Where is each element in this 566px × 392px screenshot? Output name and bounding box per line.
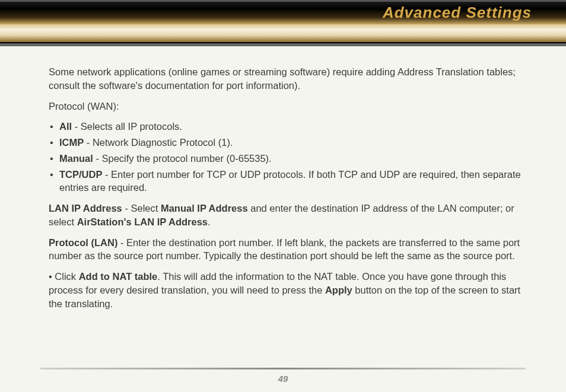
protocol-wan-list: All - Selects all IP protocols. ICMP - N… (49, 120, 532, 195)
protocol-lan-paragraph: Protocol (LAN) - Enter the destination p… (49, 236, 532, 263)
list-item: Manual - Specify the protocol number (0-… (49, 152, 532, 165)
footer-divider (40, 368, 526, 369)
bullet-icmp-label: ICMP (59, 137, 84, 148)
bullet-manual-desc: - Specify the protocol number (0-65535). (93, 153, 272, 164)
lan-ip-paragraph: LAN IP Address - Select Manual IP Addres… (49, 202, 532, 229)
content-area: Some network applications (online games … (0, 46, 566, 329)
list-item: All - Selects all IP protocols. (49, 120, 532, 133)
page-title: Advanced Settings (383, 4, 532, 22)
bullet-icmp-desc: - Network Diagnostic Protocol (1). (84, 137, 233, 148)
protocol-wan-label: Protocol (WAN): (49, 100, 532, 113)
page-number: 49 (0, 374, 566, 384)
bullet-manual-label: Manual (59, 153, 93, 164)
add-nat-bold: Add to NAT table (79, 271, 158, 282)
bullet-tcpudp-label: TCP/UDP (59, 169, 102, 180)
bullet-tcpudp-desc: - Enter port number for TCP or UDP proto… (59, 169, 521, 193)
lan-ip-bold1: Manual IP Address (161, 203, 248, 213)
apply-bold: Apply (325, 285, 352, 295)
click-add-paragraph: • Click Add to NAT table. This will add … (49, 270, 532, 310)
click-prefix: • Click (49, 271, 79, 282)
list-item: ICMP - Network Diagnostic Protocol (1). (49, 136, 532, 149)
protocol-lan-desc: - Enter the destination port number. If … (49, 237, 520, 262)
list-item: TCP/UDP - Enter port number for TCP or U… (49, 168, 532, 195)
lan-ip-end: . (208, 216, 211, 227)
header-mid-band (0, 24, 566, 42)
bullet-all-label: All (59, 121, 72, 132)
protocol-lan-label: Protocol (LAN) (49, 237, 117, 248)
header-divider-2 (0, 43, 566, 46)
bullet-all-desc: - Selects all IP protocols. (72, 121, 182, 132)
lan-ip-bold2: AirStation's LAN IP Address (77, 216, 208, 227)
header-band: Advanced Settings (0, 0, 566, 46)
lan-ip-mid1: - Select (122, 203, 161, 213)
lan-ip-label: LAN IP Address (49, 203, 122, 213)
intro-paragraph: Some network applications (online games … (49, 65, 532, 93)
